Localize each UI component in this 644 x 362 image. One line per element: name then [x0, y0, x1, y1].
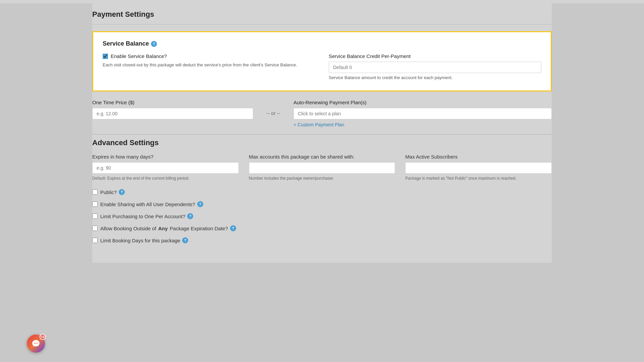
service-balance-left: Enable Service Balance? Each visit close… — [103, 53, 315, 81]
enable-sharing-checkbox[interactable] — [92, 201, 98, 207]
max-subscribers-helper: Package is marked as "Not Public" once m… — [405, 176, 552, 181]
limit-booking-days-checkbox[interactable] — [92, 238, 98, 243]
beacon-icon — [32, 339, 40, 348]
service-balance-content: Enable Service Balance? Each visit close… — [103, 53, 541, 81]
svg-point-2 — [37, 343, 38, 344]
limit-booking-days-help-icon[interactable]: ? — [182, 237, 188, 243]
max-accounts-label: Max accounts this package can be shared … — [249, 154, 395, 160]
plan-select-input[interactable] — [293, 108, 552, 119]
service-balance-label: Service Balance — [103, 40, 149, 47]
limit-purchasing-checkbox-row: Limit Purchasing to One Per Account? ? — [92, 213, 552, 219]
or-divider: -- or -- — [253, 100, 293, 116]
allow-booking-label-after: Package Expiration Date? — [170, 226, 228, 231]
allow-booking-label-before: Allow Booking Outside of — [100, 226, 156, 231]
enable-service-balance-row: Enable Service Balance? — [103, 53, 315, 59]
allow-booking-checkbox[interactable] — [92, 226, 98, 231]
allow-booking-checkbox-row: Allow Booking Outside of Any Package Exp… — [92, 225, 552, 231]
advanced-fields-row: Expires in how many days? Default: Expir… — [92, 154, 552, 181]
public-help-icon[interactable]: ? — [119, 189, 125, 195]
custom-payment-plan-link[interactable]: + Custom Payment Plan — [293, 122, 344, 127]
max-subscribers-field: Max Active Subscribers Package is marked… — [405, 154, 552, 181]
auto-renewing-section: Auto-Renewing Payment Plan(s) + Custom P… — [293, 100, 552, 127]
limit-purchasing-label[interactable]: Limit Purchasing to One Per Account? ? — [100, 213, 193, 219]
svg-point-1 — [36, 343, 37, 344]
expires-helper: Default: Expires at the end of the curre… — [92, 176, 239, 181]
payment-settings-header: Payment Settings — [92, 3, 552, 24]
credit-per-payment-input[interactable] — [329, 62, 541, 73]
allow-booking-label[interactable]: Allow Booking Outside of Any Package Exp… — [100, 225, 236, 231]
enable-sharing-checkbox-row: Enable Sharing with All User Dependents?… — [92, 201, 552, 207]
one-time-price-section: One Time Price ($) — [92, 100, 253, 119]
content-area: Payment Settings Service Balance ? Enabl… — [92, 3, 552, 263]
one-time-price-label: One Time Price ($) — [92, 100, 253, 105]
expires-field: Expires in how many days? Default: Expir… — [92, 154, 239, 181]
enable-sharing-label[interactable]: Enable Sharing with All User Dependents?… — [100, 201, 203, 207]
beacon-widget[interactable]: 59 — [27, 335, 45, 353]
svg-point-0 — [34, 343, 35, 344]
public-checkbox-row: Public? ? — [92, 189, 552, 195]
service-balance-box: Service Balance ? Enable Service Balance… — [92, 31, 552, 92]
expires-label: Expires in how many days? — [92, 154, 239, 160]
auto-renewing-label: Auto-Renewing Payment Plan(s) — [293, 100, 552, 105]
enable-sharing-help-icon[interactable]: ? — [197, 201, 203, 207]
enable-service-balance-checkbox[interactable] — [103, 54, 108, 59]
expires-input[interactable] — [92, 162, 239, 174]
beacon-badge: 59 — [40, 334, 46, 340]
enable-service-balance-helper: Each visit closed-out by this package wi… — [103, 62, 315, 68]
limit-booking-days-label[interactable]: Limit Booking Days for this package ? — [100, 237, 188, 243]
service-balance-help-icon[interactable]: ? — [151, 41, 157, 47]
credit-per-payment-label: Service Balance Credit Per-Payment — [329, 53, 541, 59]
max-accounts-helper: Number includes the package owner/purcha… — [249, 176, 395, 181]
limit-purchasing-help-icon[interactable]: ? — [187, 213, 193, 219]
limit-purchasing-checkbox[interactable] — [92, 214, 98, 219]
allow-booking-help-icon[interactable]: ? — [230, 225, 236, 231]
max-subscribers-label: Max Active Subscribers — [405, 154, 552, 160]
limit-booking-days-checkbox-row: Limit Booking Days for this package ? — [92, 237, 552, 243]
allow-booking-label-bold: Any — [158, 226, 168, 231]
payment-row: One Time Price ($) -- or -- Auto-Renewin… — [92, 100, 552, 127]
credit-per-payment-helper: Service Balance amount to credit the acc… — [329, 74, 541, 81]
advanced-settings-header: Advanced Settings — [92, 134, 552, 154]
checkbox-section: Public? ? Enable Sharing with All User D… — [92, 189, 552, 243]
max-accounts-field: Max accounts this package can be shared … — [249, 154, 395, 181]
service-balance-title: Service Balance ? — [103, 40, 541, 47]
public-label[interactable]: Public? ? — [100, 189, 125, 195]
public-checkbox[interactable] — [92, 189, 98, 195]
one-time-price-input[interactable] — [92, 108, 253, 119]
service-balance-right: Service Balance Credit Per-Payment Servi… — [329, 53, 541, 81]
max-subscribers-input[interactable] — [405, 162, 552, 174]
enable-service-balance-label[interactable]: Enable Service Balance? — [111, 53, 167, 59]
page-wrapper: Payment Settings Service Balance ? Enabl… — [0, 0, 644, 362]
max-accounts-input[interactable] — [249, 162, 395, 174]
